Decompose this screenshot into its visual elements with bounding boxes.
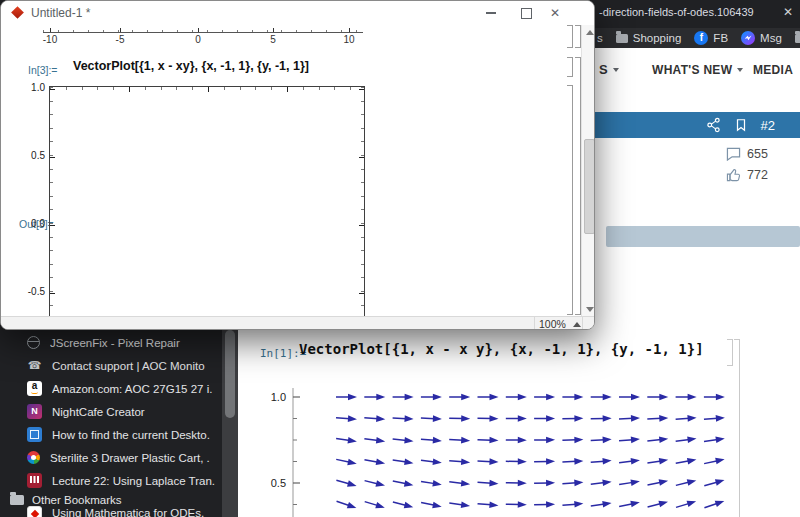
folder-icon — [616, 34, 628, 43]
tab-title[interactable]: -direction-fields-of-odes.106439 — [599, 6, 779, 18]
axis-tick — [273, 28, 274, 32]
input-cell-label: In[3]:= — [28, 64, 57, 76]
bookmark-label: Sterilite 3 Drawer Plastic Cart, . — [50, 452, 218, 464]
nav-item-whats-new[interactable]: WHAT'S NEW — [652, 63, 743, 77]
vector-arrow — [392, 457, 414, 467]
quote-header-bar[interactable] — [606, 226, 800, 247]
bookmark-item[interactable]: Sterilite 3 Drawer Plastic Cart, . — [0, 446, 222, 469]
axis-tick — [50, 28, 51, 32]
chevron-down-icon — [613, 68, 619, 72]
vector-arrow — [478, 394, 499, 401]
vector-arrow — [506, 437, 527, 444]
facebook-icon — [694, 31, 708, 45]
bookmark-item[interactable]: Using Mathematica for ODEs, — [0, 506, 222, 517]
bookmark-item[interactable]: How to find the current Deskto. — [0, 423, 222, 446]
bookmarks-bar-item[interactable]: Tor — [795, 32, 800, 44]
cell-bracket[interactable] — [567, 57, 573, 77]
likes-stat[interactable]: 772 — [726, 168, 768, 182]
vector-arrow — [647, 415, 668, 423]
bookmark-item[interactable]: Contact support | AOC Monito — [0, 354, 222, 377]
bookmark-item[interactable]: NightCafe Creator — [0, 400, 222, 423]
folder-icon — [10, 495, 24, 505]
vector-arrow — [534, 415, 555, 422]
cell-bracket[interactable] — [734, 339, 740, 517]
vector-arrow — [364, 415, 385, 423]
cell-bracket[interactable] — [567, 25, 573, 48]
input-cell-code[interactable]: VectorPlot[{1, x - xy}, {x, -1, 1}, {y, … — [73, 59, 309, 73]
speech-bubble-icon — [726, 147, 741, 161]
bookmark-icon[interactable] — [734, 117, 748, 133]
chevron-down-icon — [737, 68, 743, 72]
vector-arrow — [562, 458, 583, 466]
close-button[interactable]: ✕ — [541, 1, 569, 25]
scrollbar-thumb[interactable] — [584, 139, 595, 234]
bookmark-label: Contact support | AOC Monito — [52, 360, 220, 372]
vector-arrow — [619, 415, 640, 422]
vector-arrow — [364, 498, 386, 510]
output-cell-bracket[interactable] — [567, 85, 573, 315]
nav-item-forums[interactable]: S — [599, 62, 619, 77]
vector-arrow — [392, 415, 413, 423]
vector-arrow — [704, 435, 726, 445]
nav-item-label: S — [599, 62, 608, 77]
replies-stat[interactable]: 655 — [726, 147, 768, 161]
bookmarks-bar-item[interactable]: FB — [694, 31, 728, 45]
vector-arrow — [675, 415, 696, 423]
axis-tick — [198, 28, 199, 32]
bookmark-item[interactable]: Lecture 22: Using Laplace Tran. — [0, 469, 222, 492]
post-header-bar: #2 — [595, 112, 800, 138]
notebook-scrollbar[interactable] — [581, 25, 595, 316]
bookmarks-bar-item[interactable]: Msg — [741, 31, 782, 45]
bookmark-label: Msg — [760, 32, 782, 44]
vector-arrow — [477, 500, 498, 508]
minimize-button[interactable] — [477, 1, 505, 25]
vector-arrow — [335, 477, 357, 489]
axis-tick-label: 10 — [336, 34, 362, 45]
desktop: -direction-fields-of-odes.106439 ✕ s Sho… — [0, 0, 800, 517]
vector-arrow — [449, 479, 471, 488]
zoom-level[interactable]: 100% — [539, 318, 566, 330]
nav-item-media[interactable]: MEDIA — [753, 63, 800, 77]
axis-minor-ticks — [43, 30, 363, 33]
vector-arrow — [590, 478, 612, 487]
vector-arrow — [647, 394, 668, 401]
zoom-caret-icon[interactable] — [573, 322, 581, 327]
vector-arrow — [534, 458, 555, 465]
frame-y-label: 0.0 — [15, 218, 45, 229]
vector-arrow — [477, 479, 498, 487]
vector-arrow — [562, 500, 583, 508]
tab-close-icon[interactable]: ✕ — [783, 5, 793, 19]
mathematica-icon — [11, 6, 24, 19]
vector-arrow — [590, 457, 611, 465]
bookmark-fragment[interactable]: s — [597, 32, 603, 44]
thumbs-up-icon — [726, 168, 741, 182]
share-icon[interactable] — [706, 117, 721, 133]
vector-arrow — [703, 456, 725, 467]
scrollbar-thumb[interactable] — [225, 330, 235, 418]
bookmark-item[interactable]: Amazon.com: AOC 27G15 27 i. — [0, 377, 222, 400]
vector-arrow — [619, 457, 641, 466]
vector-arrow — [477, 458, 498, 466]
vector-arrow — [703, 477, 725, 489]
vector-arrow — [619, 394, 640, 401]
vector-arrow — [477, 415, 498, 422]
bookmark-list: JScreenFix - Pixel RepairContact support… — [0, 331, 222, 492]
messenger-icon — [741, 31, 755, 45]
vector-arrow — [562, 479, 583, 487]
vector-arrow — [647, 499, 669, 510]
scroll-up-icon[interactable] — [582, 25, 595, 39]
vector-arrow — [420, 499, 442, 510]
vector-arrow — [619, 436, 640, 444]
frame-tick — [50, 225, 55, 226]
cell-bracket[interactable] — [727, 339, 733, 366]
bookmarks-bar-item[interactable]: Shopping — [616, 32, 682, 44]
post-number[interactable]: #2 — [761, 118, 775, 133]
maximize-button[interactable] — [512, 1, 540, 25]
notebook-statusbar: 100% — [1, 316, 595, 330]
other-bookmarks-row[interactable]: Other Bookmarks — [0, 493, 222, 506]
scroll-down-icon[interactable] — [582, 302, 595, 316]
bookmark-item[interactable]: JScreenFix - Pixel Repair — [0, 331, 222, 354]
axis-tick-label: 0 — [185, 34, 211, 45]
input-cell-code: VectorPlot[{1, x - x y}, {x, -1, 1}, {y,… — [299, 341, 704, 357]
window-titlebar[interactable]: Untitled-1 * ✕ — [1, 1, 594, 25]
